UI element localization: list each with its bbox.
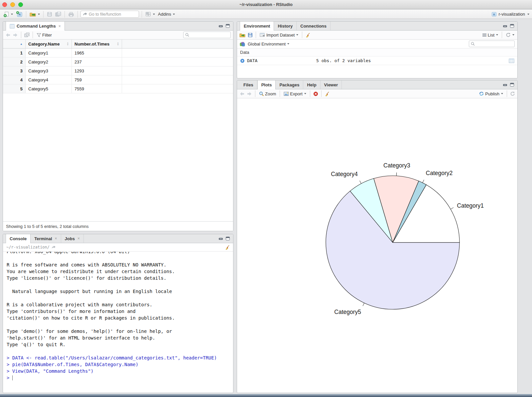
- tab-label: History: [278, 24, 293, 29]
- refresh-environment-button[interactable]: [505, 31, 515, 39]
- view-table-icon[interactable]: [509, 58, 514, 63]
- environment-view-mode-button[interactable]: List: [481, 31, 499, 39]
- toolbar-separator: [302, 32, 302, 38]
- maximize-pane-icon[interactable]: [225, 24, 230, 28]
- clear-plots-broom-icon[interactable]: [325, 91, 330, 96]
- console-output-line: R is free software and comes with ABSOLU…: [7, 261, 232, 268]
- tab-label: Jobs: [65, 236, 75, 241]
- refresh-plot-icon[interactable]: [510, 91, 515, 96]
- tab-viewer[interactable]: Viewer: [321, 80, 342, 89]
- publish-button[interactable]: Publish: [478, 90, 504, 98]
- minimize-pane-icon[interactable]: [503, 24, 507, 28]
- previous-plot-icon[interactable]: [239, 92, 245, 96]
- pie-label-tick: [451, 208, 454, 209]
- save-workspace-icon[interactable]: [248, 33, 253, 38]
- tab-command-lengths[interactable]: Command Lengths ×: [6, 22, 65, 31]
- goto-file-function-input[interactable]: [89, 12, 142, 17]
- tab-help[interactable]: Help: [303, 80, 320, 89]
- table-cell: 5: [3, 84, 26, 93]
- print-icon: [68, 12, 74, 17]
- clear-environment-broom-icon[interactable]: [305, 33, 310, 38]
- pie-label: Category4: [331, 171, 358, 177]
- import-dataset-button[interactable]: Import Dataset: [259, 31, 299, 39]
- console-output-line: [7, 348, 232, 354]
- pie-label: Category2: [426, 170, 453, 176]
- maximize-pane-icon[interactable]: [510, 83, 514, 87]
- zoom-plot-button[interactable]: Zoom: [258, 90, 277, 98]
- viewer-tabbar: Command Lengths ×: [3, 22, 233, 31]
- next-plot-icon[interactable]: [247, 92, 252, 96]
- tab-console[interactable]: Console: [6, 234, 31, 243]
- new-file-button[interactable]: [3, 10, 14, 18]
- close-icon[interactable]: ×: [55, 236, 57, 241]
- close-window-button[interactable]: [2, 2, 7, 7]
- expand-object-icon[interactable]: [240, 58, 245, 63]
- close-icon[interactable]: ×: [77, 236, 80, 241]
- forward-icon[interactable]: [13, 33, 18, 37]
- new-document-icon: [3, 11, 9, 17]
- tab-plots[interactable]: Plots: [257, 80, 276, 89]
- remove-plot-icon[interactable]: [313, 91, 318, 96]
- column-header-number-of-times[interactable]: Number.of.Times ▲▼: [72, 40, 122, 48]
- status-text: Showing 1 to 5 of 5 entries, 2 total col…: [6, 224, 89, 229]
- table-row: 4Category4759: [3, 75, 233, 84]
- pane-window-buttons: [500, 22, 517, 30]
- chevron-down-icon: [153, 14, 155, 15]
- toolbar-separator: [321, 90, 322, 97]
- minimize-pane-icon[interactable]: [218, 24, 223, 28]
- environment-entry[interactable]: DATA 5 obs. of 2 variables: [237, 56, 517, 65]
- export-plot-button[interactable]: Export: [283, 90, 307, 98]
- working-directory-label: ~/r-visualization/: [6, 245, 50, 249]
- load-workspace-folder-icon[interactable]: [239, 33, 246, 38]
- table-cell: 1293: [72, 66, 122, 75]
- open-file-button[interactable]: [29, 10, 41, 18]
- open-folder-icon: [30, 12, 36, 17]
- tab-packages[interactable]: Packages: [276, 80, 303, 89]
- clear-console-broom-icon[interactable]: [225, 245, 230, 250]
- console-input-line: > View(DATA, "Command Lengths"): [7, 368, 232, 374]
- scope-selector[interactable]: Global Environment: [247, 40, 290, 48]
- tab-history[interactable]: History: [274, 22, 297, 30]
- minimize-pane-icon[interactable]: [218, 237, 223, 241]
- maximize-pane-icon[interactable]: [225, 237, 230, 241]
- tab-terminal[interactable]: Terminal ×: [31, 234, 61, 243]
- console-pane: Console Terminal × Jobs × ~/r-visualizat…: [3, 234, 233, 393]
- tab-connections[interactable]: Connections: [297, 22, 331, 30]
- save-button[interactable]: [46, 10, 53, 18]
- close-icon[interactable]: ×: [59, 24, 61, 29]
- open-in-files-icon[interactable]: [52, 246, 56, 249]
- save-all-button[interactable]: [55, 10, 62, 18]
- pie-label-tick: [423, 180, 424, 183]
- print-button[interactable]: [67, 10, 75, 18]
- import-dataset-label: Import Dataset: [266, 33, 295, 38]
- sort-icons: ▲▼: [117, 42, 119, 46]
- toolbar-separator: [255, 90, 255, 97]
- tab-environment[interactable]: Environment: [240, 22, 274, 31]
- magnifier-icon: [259, 91, 264, 96]
- tab-files[interactable]: Files: [240, 80, 257, 89]
- maximize-pane-icon[interactable]: [510, 24, 514, 28]
- addins-button[interactable]: Addins: [157, 10, 176, 18]
- console-output-line: 'citation()' on how to cite R or R packa…: [7, 315, 232, 321]
- minimize-pane-icon[interactable]: [503, 83, 507, 87]
- pane-layout-button[interactable]: [145, 10, 156, 18]
- tab-jobs[interactable]: Jobs ×: [61, 234, 84, 243]
- toolbar-separator: [33, 32, 33, 38]
- column-header-rownum[interactable]: ▲: [3, 40, 26, 48]
- filter-button[interactable]: Filter: [36, 31, 53, 39]
- console-output-line: 'help.start()' for an HTML browser inter…: [7, 335, 232, 341]
- column-header-category-name[interactable]: Category.Name ▲▼: [26, 40, 72, 48]
- viewer-search-input[interactable]: [191, 33, 229, 37]
- popout-icon[interactable]: [24, 33, 30, 37]
- back-icon[interactable]: [5, 33, 11, 37]
- project-selector[interactable]: R r-visualization: [491, 12, 529, 17]
- environment-search-input[interactable]: [476, 42, 513, 46]
- window-bottom-edge: [0, 394, 532, 397]
- chevron-down-icon: [512, 34, 514, 36]
- new-project-button[interactable]: R: [15, 10, 23, 18]
- console-output[interactable]: Platform: x86_64-apple-darwin15.6.0 (64-…: [3, 252, 233, 392]
- zoom-window-button[interactable]: [18, 2, 23, 7]
- plots-tabbar: Files Plots Packages Help Viewer: [237, 80, 517, 89]
- table-icon: [10, 24, 15, 29]
- minimize-window-button[interactable]: [10, 2, 15, 7]
